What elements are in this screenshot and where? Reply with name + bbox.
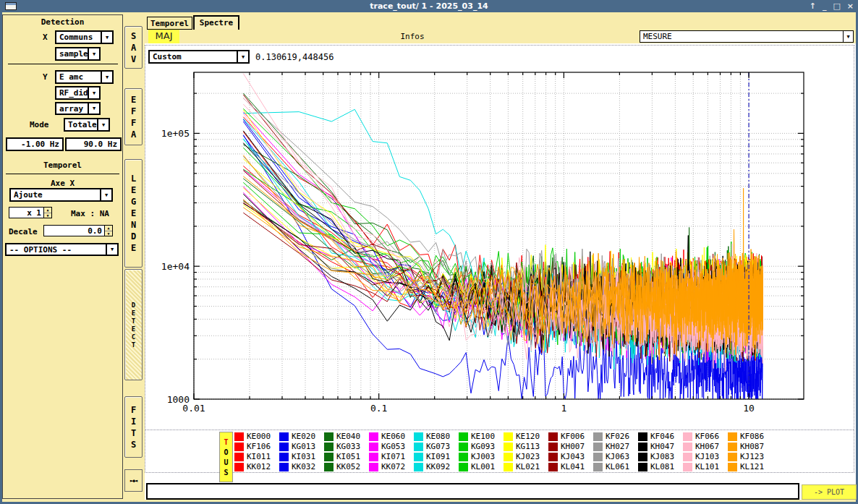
- color-swatch: [683, 443, 692, 451]
- legend-item-KH047[interactable]: KH047: [650, 442, 674, 451]
- axe-x-select[interactable]: Ajoute ▼: [9, 188, 113, 202]
- tous-button[interactable]: TOUS: [219, 432, 233, 482]
- chevron-down-icon[interactable]: ▼: [88, 48, 99, 59]
- legend-item-KL001[interactable]: KL001: [471, 462, 495, 471]
- side-tab-detect[interactable]: DETECT: [124, 269, 143, 380]
- legend-item-KG053[interactable]: KG053: [381, 442, 405, 451]
- maj-button[interactable]: MAJ: [148, 30, 179, 43]
- y-secondary-select[interactable]: RF_didq ▼: [55, 86, 101, 100]
- legend-item-KF106[interactable]: KF106: [247, 442, 271, 451]
- mesure-select[interactable]: MESURE ▼: [640, 30, 854, 43]
- color-swatch: [414, 443, 423, 451]
- legend-item-KG013[interactable]: KG013: [292, 442, 315, 451]
- legend-item-KG093[interactable]: KG093: [471, 442, 495, 451]
- legend-item-KH007[interactable]: KH007: [561, 442, 585, 451]
- close-icon[interactable]: ×: [847, 0, 854, 12]
- legend-item-KJ023[interactable]: KJ023: [516, 452, 540, 461]
- legend-item-KK052[interactable]: KK052: [336, 462, 360, 471]
- legend-item-KL121[interactable]: KL121: [740, 462, 764, 471]
- legend-item-KE020[interactable]: KE020: [292, 432, 315, 441]
- array-select[interactable]: array 1 ▼: [55, 102, 101, 115]
- legend-item-KJ063[interactable]: KJ063: [606, 452, 629, 461]
- legend-item-KE000[interactable]: KE000: [247, 432, 271, 441]
- legend-item-KI051[interactable]: KI051: [336, 452, 360, 461]
- legend-item-KL061[interactable]: KL061: [606, 462, 629, 471]
- legend-item-KH027[interactable]: KH027: [606, 442, 629, 451]
- chevron-down-icon[interactable]: ▼: [100, 189, 111, 200]
- legend-item-KK092[interactable]: KK092: [426, 462, 450, 471]
- collapse-panel-button[interactable]: ►◆◄: [124, 469, 143, 492]
- decale-label: Decale: [9, 227, 38, 236]
- legend-item-KH087[interactable]: KH087: [740, 442, 764, 451]
- chevron-down-icon[interactable]: ▼: [101, 72, 112, 82]
- chevron-down-icon[interactable]: ▼: [843, 31, 853, 42]
- legend-item-KL081[interactable]: KL081: [650, 462, 674, 471]
- freq-min-field[interactable]: -1.00 Hz: [6, 137, 64, 151]
- window-menu-icon[interactable]: [5, 2, 17, 10]
- x-primary-select[interactable]: Communs ▼: [55, 30, 114, 44]
- legend-item-KI031[interactable]: KI031: [292, 452, 315, 461]
- y-tick-label: 1e+04: [161, 261, 190, 272]
- legend-item-KE100[interactable]: KE100: [471, 432, 495, 441]
- spectrum-plot[interactable]: 0.010.111010001e+041e+05: [145, 43, 856, 430]
- color-swatch: [234, 453, 244, 461]
- legend-item-KE040[interactable]: KE040: [336, 432, 360, 441]
- x-secondary-select[interactable]: sample ▼: [55, 47, 101, 61]
- legend-item-KJ003[interactable]: KJ003: [471, 452, 495, 461]
- legend-item-KJ123[interactable]: KJ123: [740, 452, 764, 461]
- shade-icon[interactable]: ↑: [810, 0, 816, 12]
- side-tab-fits[interactable]: FITS: [124, 396, 143, 458]
- legend-item-KI071[interactable]: KI071: [381, 452, 405, 461]
- legend-item-KL101[interactable]: KL101: [695, 462, 719, 471]
- legend-item-KF046[interactable]: KF046: [650, 432, 674, 441]
- maximize-icon[interactable]: □: [833, 0, 840, 12]
- spinner-down-icon[interactable]: ▼: [44, 213, 51, 218]
- tab-temporel[interactable]: Temporel: [147, 17, 192, 30]
- command-input[interactable]: [146, 483, 799, 500]
- legend-item-KJ103[interactable]: KJ103: [695, 452, 719, 461]
- legend-item-KK072[interactable]: KK072: [381, 462, 405, 471]
- decale-stepper[interactable]: 0.0 ▲▼: [43, 225, 113, 236]
- legend-item-KG033[interactable]: KG033: [336, 442, 360, 451]
- legend-item-KI011[interactable]: KI011: [247, 452, 271, 461]
- legend-item-KE120[interactable]: KE120: [516, 432, 540, 441]
- legend-item-KI091[interactable]: KI091: [426, 452, 450, 461]
- mode-select[interactable]: Totale ▼: [64, 118, 110, 132]
- legend-item-KE080[interactable]: KE080: [426, 432, 450, 441]
- y-primary-select[interactable]: E amc ▼: [55, 70, 114, 84]
- options-select[interactable]: -- OPTIONS -- ▼: [5, 243, 119, 256]
- legend-item-KJ043[interactable]: KJ043: [561, 452, 585, 461]
- legend-item-KF006[interactable]: KF006: [561, 432, 585, 441]
- spinner-up-icon[interactable]: ▲: [44, 208, 51, 213]
- title-bar: trace_tout/ 1 - 2025_03_14 ↑ _ □ ×: [0, 0, 858, 12]
- legend-item-KK012[interactable]: KK012: [247, 462, 271, 471]
- freq-max-field[interactable]: 90.0 Hz: [65, 137, 122, 151]
- side-tab-sav[interactable]: SAV: [124, 26, 143, 69]
- legend-item-KF086[interactable]: KF086: [740, 432, 764, 441]
- spinner-up-icon[interactable]: ▲: [105, 226, 112, 231]
- chevron-down-icon[interactable]: ▼: [97, 119, 109, 130]
- legend-item-KL021[interactable]: KL021: [516, 462, 540, 471]
- legend-item-KG113[interactable]: KG113: [516, 442, 540, 451]
- chevron-down-icon[interactable]: ▼: [106, 244, 117, 255]
- legend-item-KK032[interactable]: KK032: [292, 462, 315, 471]
- plot-button[interactable]: -> PLOT: [802, 484, 857, 500]
- tab-spectre[interactable]: Spectre: [193, 15, 239, 30]
- color-swatch: [548, 432, 558, 441]
- legend-item-KJ083[interactable]: KJ083: [650, 452, 674, 461]
- spinner-down-icon[interactable]: ▼: [105, 231, 112, 236]
- color-swatch: [683, 453, 692, 461]
- legend-item-KF066[interactable]: KF066: [695, 432, 719, 441]
- minimize-icon[interactable]: _: [823, 0, 827, 12]
- legend-item-KF026[interactable]: KF026: [606, 432, 629, 441]
- legend-item-KE060[interactable]: KE060: [381, 432, 405, 441]
- chevron-down-icon[interactable]: ▼: [88, 87, 99, 98]
- side-tab-effa[interactable]: EFFA: [124, 88, 143, 145]
- legend-item-KL041[interactable]: KL041: [561, 462, 585, 471]
- legend-item-KG073[interactable]: KG073: [426, 442, 450, 451]
- chevron-down-icon[interactable]: ▼: [88, 103, 99, 114]
- legend-item-KH067[interactable]: KH067: [695, 442, 719, 451]
- side-tab-legende[interactable]: LEGENDE: [124, 159, 143, 268]
- chevron-down-icon[interactable]: ▼: [101, 32, 112, 43]
- multiplier-stepper[interactable]: x 1 ▲▼: [9, 207, 52, 218]
